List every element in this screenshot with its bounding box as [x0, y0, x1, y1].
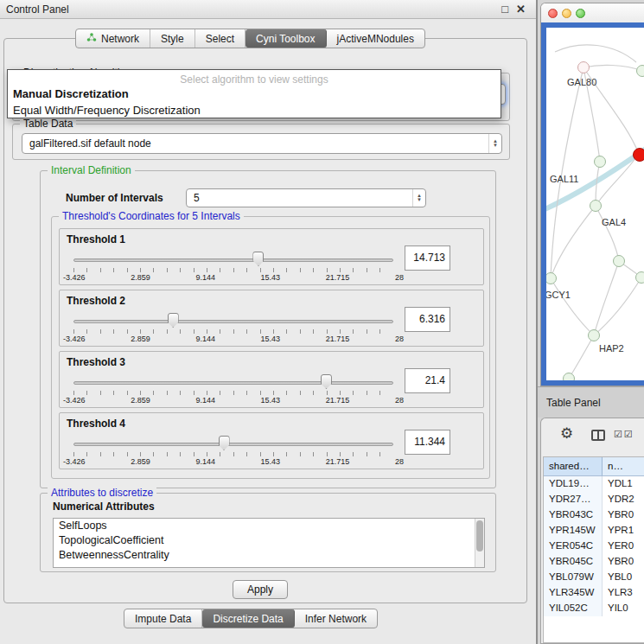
network-node[interactable]	[577, 61, 590, 73]
table-panel-toolbar: ⚙ ☑☑	[541, 418, 644, 455]
tab-cyni-toolbox[interactable]: Cyni Toolbox	[245, 29, 326, 48]
network-node[interactable]	[594, 156, 606, 168]
combo-stepper-icon[interactable]: ▲▼	[488, 134, 501, 153]
thresholds-group: Threshold's Coordinates for 5 Intervals …	[51, 216, 490, 479]
number-of-intervals-combo[interactable]: 5 ▲▼	[186, 188, 426, 207]
network-node[interactable]	[635, 271, 644, 284]
list-item[interactable]: TopologicalCoefficient	[54, 533, 484, 548]
threshold-1-slider[interactable]: -3.4262.8599.14415.4321.71528	[73, 250, 393, 283]
column-selector-icon[interactable]	[591, 430, 605, 441]
attributes-group: Attributes to discretize Numerical Attri…	[40, 493, 496, 572]
algorithm-dropdown-popup: Select algorithm to view settings Manual…	[7, 69, 501, 118]
scrollbar-thumb[interactable]	[476, 520, 483, 552]
network-node[interactable]	[636, 65, 644, 77]
list-item[interactable]: SelfLoops	[54, 519, 484, 533]
network-view-window: GAL80GAL11GAL4GCY1HAP2	[540, 3, 644, 386]
slider-track[interactable]	[73, 381, 393, 385]
slider-track[interactable]	[73, 443, 393, 446]
table-row[interactable]: YBR045CYBR0	[544, 554, 644, 570]
tab-discretize-data[interactable]: Discretize Data	[202, 609, 294, 628]
table-row[interactable]: YIL052CYIL0	[544, 601, 644, 616]
slider-scale: -3.4262.8599.14415.4321.71528	[63, 457, 404, 466]
table-panel-title: Table Panel	[546, 397, 601, 409]
dropdown-option-equal-width[interactable]: Equal Width/Frequency Discretization	[8, 103, 501, 119]
threshold-2-value[interactable]: 6.316	[405, 307, 450, 332]
slider-track[interactable]	[73, 258, 393, 262]
settings-gear-icon[interactable]: ⚙	[560, 426, 573, 441]
close-traffic-light[interactable]	[548, 9, 558, 18]
network-node[interactable]	[563, 373, 575, 380]
threshold-1-value[interactable]: 14.713	[405, 245, 450, 271]
checkbox-icons[interactable]: ☑☑	[614, 429, 634, 440]
apply-button[interactable]: Apply	[233, 580, 288, 599]
table-data-combo[interactable]: galFiltered.sif default node ▲▼	[22, 133, 502, 154]
table-row[interactable]: YDR27…YDR2	[544, 492, 644, 507]
slider-ticks	[73, 268, 393, 272]
threshold-2-slider[interactable]: -3.4262.8599.14415.4321.71528	[73, 311, 393, 344]
network-node[interactable]	[590, 200, 602, 212]
network-node-label: GCY1	[546, 290, 571, 300]
table-row[interactable]: YPR145WYPR1	[544, 523, 644, 539]
slider-thumb[interactable]	[252, 252, 264, 266]
network-canvas[interactable]: GAL80GAL11GAL4GCY1HAP2	[546, 28, 644, 380]
top-tab-bar: Network Style Select Cyni Toolbox jActiv…	[75, 29, 425, 48]
control-panel-titlebar[interactable]: Control Panel □ ✕	[0, 0, 536, 19]
interval-definition-title: Interval Definition	[48, 164, 135, 176]
table-row[interactable]: YDL19…YDL1	[544, 476, 644, 492]
column-header-name[interactable]: n…	[603, 457, 644, 475]
threshold-2-panel: Threshold 2 -3.4262.8599.14415.4321.7152…	[59, 290, 484, 347]
minimize-icon[interactable]: □	[501, 3, 508, 16]
attributes-group-title: Attributes to discretize	[48, 487, 156, 499]
list-item[interactable]: BetweennessCentrality	[54, 548, 484, 563]
slider-ticks	[73, 452, 393, 456]
close-icon[interactable]: ✕	[516, 3, 526, 16]
list-scrollbar[interactable]	[475, 519, 484, 567]
number-of-intervals-label: Number of Intervals	[66, 192, 163, 204]
threshold-4-panel: Threshold 4 -3.4262.8599.14415.4321.7152…	[59, 412, 484, 469]
threshold-3-slider[interactable]: -3.4262.8599.14415.4321.71528	[73, 373, 393, 405]
threshold-1-panel: Threshold 1 -3.4262.8599.14415.4321.7152…	[59, 228, 484, 285]
threshold-2-label: Threshold 2	[67, 295, 125, 307]
table-panel: ⚙ ☑☑ shared… n… YDL19…YDL1 YDR27…YDR2 YB…	[540, 418, 644, 644]
threshold-4-label: Threshold 4	[67, 418, 125, 430]
tab-infer-network[interactable]: Infer Network	[295, 609, 377, 628]
threshold-4-slider[interactable]: -3.4262.8599.14415.4321.71528	[73, 434, 393, 467]
network-node[interactable]	[588, 329, 600, 341]
threshold-4-value[interactable]: 11.344	[405, 430, 450, 455]
network-node[interactable]	[633, 148, 644, 162]
network-window-titlebar[interactable]	[541, 3, 644, 22]
slider-thumb[interactable]	[321, 374, 332, 389]
combo-stepper-icon[interactable]: ▲▼	[412, 189, 425, 207]
slider-scale: -3.4262.8599.14415.4321.71528	[63, 273, 404, 282]
tab-jactivemnodules[interactable]: jActiveMNodules	[327, 29, 424, 48]
threshold-1-label: Threshold 1	[67, 233, 125, 245]
tab-select[interactable]: Select	[195, 29, 245, 48]
tab-impute-data[interactable]: Impute Data	[124, 609, 202, 628]
network-node[interactable]	[613, 255, 625, 267]
table-row[interactable]: YER054CYER0	[544, 539, 644, 554]
slider-ticks	[73, 329, 393, 334]
table-row[interactable]: YBL079WYBL0	[544, 570, 644, 585]
tab-style[interactable]: Style	[150, 29, 195, 48]
zoom-traffic-light[interactable]	[576, 9, 585, 18]
tab-network[interactable]: Network	[76, 29, 150, 48]
threshold-3-value[interactable]: 21.4	[405, 368, 450, 393]
network-tab-icon	[86, 32, 97, 45]
table-panel-header[interactable]: Table Panel	[538, 386, 644, 418]
slider-scale: -3.4262.8599.14415.4321.71528	[63, 335, 404, 343]
bottom-tab-bar: Impute Data Discretize Data Infer Networ…	[124, 609, 378, 628]
table-row[interactable]: YBR043CYBR0	[544, 507, 644, 523]
slider-thumb[interactable]	[219, 436, 230, 450]
number-of-intervals-value: 5	[187, 192, 412, 204]
table-row[interactable]: YLR345WYLR3	[544, 585, 644, 601]
numerical-attributes-list[interactable]: SelfLoops TopologicalCoefficient Between…	[53, 518, 485, 568]
network-frame: GAL80GAL11GAL4GCY1HAP2	[541, 22, 644, 386]
network-node-label: HAP2	[599, 343, 624, 354]
network-node-label: GAL80	[567, 77, 596, 87]
column-header-shared-name[interactable]: shared…	[544, 457, 603, 475]
slider-thumb[interactable]	[168, 313, 179, 328]
interval-definition-group: Interval Definition Number of Intervals …	[40, 170, 496, 488]
slider-track[interactable]	[73, 320, 393, 323]
dropdown-option-manual-discretization[interactable]: Manual Discretization	[8, 86, 501, 103]
minimize-traffic-light[interactable]	[562, 9, 571, 18]
